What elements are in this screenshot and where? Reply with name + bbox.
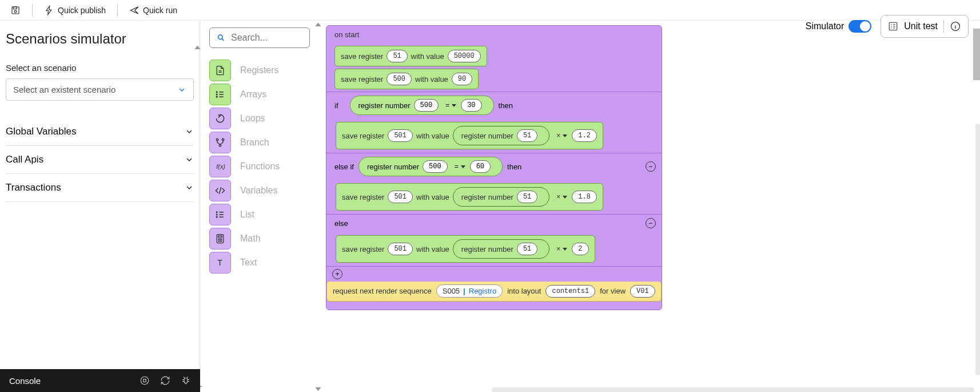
text-icon: T bbox=[209, 252, 231, 274]
if-label: if bbox=[334, 101, 338, 110]
block-elseif-row[interactable]: else if register number 500 = 60 then − bbox=[326, 153, 662, 180]
condition-block[interactable]: register number 500 = 60 bbox=[358, 157, 503, 176]
palette-item-loops[interactable]: Loops bbox=[209, 106, 310, 130]
block-text: register number bbox=[461, 193, 513, 201]
palette-item-text[interactable]: TText bbox=[209, 251, 310, 275]
svg-point-25 bbox=[141, 377, 149, 385]
register-field[interactable]: 500 bbox=[414, 99, 439, 112]
svg-text:f(x): f(x) bbox=[216, 163, 225, 170]
pipe-separator: | bbox=[463, 287, 465, 295]
operator-dropdown[interactable]: × bbox=[553, 130, 568, 141]
lightning-icon bbox=[44, 5, 54, 15]
canvas-scrollbar-horizontal[interactable] bbox=[492, 387, 974, 392]
register-field[interactable]: 501 bbox=[388, 191, 413, 203]
palette-item-label: Functions bbox=[240, 161, 280, 172]
list-icon bbox=[209, 84, 231, 105]
else-label: else bbox=[334, 219, 348, 228]
save-button[interactable] bbox=[7, 3, 24, 18]
register-field[interactable]: 501 bbox=[388, 129, 413, 142]
svg-point-13 bbox=[216, 216, 217, 217]
fx-icon: f(x) bbox=[209, 156, 231, 177]
svg-point-18 bbox=[221, 239, 222, 239]
accordion-transactions[interactable]: Transactions bbox=[6, 174, 194, 202]
unit-test-button[interactable]: Unit test bbox=[881, 15, 969, 38]
chevron-down-icon bbox=[185, 127, 194, 136]
expression-block[interactable]: register number 51 bbox=[453, 126, 549, 145]
palette-item-branch[interactable]: Branch bbox=[209, 130, 310, 155]
register-field[interactable]: 500 bbox=[387, 73, 412, 85]
value-field[interactable]: 50000 bbox=[448, 50, 481, 62]
scenario-select[interactable]: Select an existent scenario bbox=[6, 78, 194, 101]
canvas-scrollbar-vertical-track[interactable] bbox=[975, 124, 980, 375]
palette-item-list[interactable]: List bbox=[209, 203, 310, 227]
block-on-start-label: on start bbox=[326, 26, 662, 43]
block-add-branch-row[interactable]: + bbox=[326, 266, 662, 282]
palette-item-variables[interactable]: Variables bbox=[209, 179, 310, 203]
run-icon bbox=[129, 5, 140, 15]
block-request-render[interactable]: request next render sequence S005 | Regi… bbox=[326, 280, 662, 302]
value-field[interactable]: 30 bbox=[461, 99, 481, 112]
remove-branch-button[interactable]: − bbox=[646, 161, 656, 172]
view-field[interactable]: V01 bbox=[630, 285, 655, 298]
block-save-register[interactable]: save register 51 with value 50000 bbox=[334, 46, 487, 66]
svg-point-16 bbox=[218, 239, 219, 239]
block-text: save register bbox=[342, 132, 384, 140]
accordion-global-variables[interactable]: Global Variables bbox=[6, 118, 194, 146]
expression-block[interactable]: register number 51 bbox=[453, 239, 549, 259]
expression-block[interactable]: register number 51 bbox=[453, 187, 549, 207]
palette-item-arrays[interactable]: Arrays bbox=[209, 82, 310, 106]
remove-branch-button[interactable]: − bbox=[646, 218, 656, 228]
palette-item-functions[interactable]: f(x)Functions bbox=[209, 155, 310, 179]
block-save-register[interactable]: save register 501 with value register nu… bbox=[336, 183, 603, 211]
register-field[interactable]: 500 bbox=[423, 160, 448, 173]
block-if-row[interactable]: if register number 500 = 30 then bbox=[326, 92, 662, 118]
svg-rect-15 bbox=[218, 236, 222, 237]
divider bbox=[943, 20, 944, 33]
refresh-icon[interactable] bbox=[160, 375, 170, 386]
block-on-start[interactable]: on start save register 51 with value 500… bbox=[326, 25, 662, 310]
accordion-label: Transactions bbox=[6, 182, 61, 193]
search-input[interactable] bbox=[231, 33, 302, 43]
svg-rect-26 bbox=[144, 379, 146, 382]
block-else-row[interactable]: else − bbox=[326, 214, 662, 232]
bug-icon[interactable] bbox=[181, 375, 191, 386]
condition-block[interactable]: register number 500 = 30 bbox=[350, 96, 494, 115]
operator-dropdown[interactable]: = bbox=[451, 161, 467, 172]
add-branch-button[interactable]: + bbox=[332, 269, 342, 279]
value-field[interactable]: 2 bbox=[572, 243, 588, 255]
quick-run-button[interactable]: Quick run bbox=[126, 3, 181, 18]
register-field[interactable]: 51 bbox=[517, 191, 537, 203]
register-field[interactable]: 501 bbox=[388, 243, 413, 255]
value-field[interactable]: 1.2 bbox=[572, 129, 597, 142]
search-input-wrapper[interactable] bbox=[209, 27, 310, 48]
svg-point-7 bbox=[216, 138, 218, 140]
value-field[interactable]: 1.8 bbox=[572, 191, 597, 203]
register-field[interactable]: 51 bbox=[387, 50, 407, 62]
block-save-register[interactable]: save register 501 with value register nu… bbox=[336, 235, 595, 263]
scenario-select-placeholder: Select an existent scenario bbox=[13, 85, 115, 94]
register-field[interactable]: 51 bbox=[517, 243, 537, 255]
operator-dropdown[interactable]: × bbox=[553, 244, 568, 254]
palette-item-label: Registers bbox=[240, 65, 279, 76]
stop-icon[interactable] bbox=[140, 375, 150, 386]
block-text: for view bbox=[600, 287, 626, 295]
operator-dropdown[interactable]: × bbox=[553, 192, 568, 202]
value-field[interactable]: 90 bbox=[452, 73, 472, 85]
sequence-field[interactable]: S005 | Registro bbox=[436, 284, 503, 298]
block-save-register[interactable]: save register 501 with value register nu… bbox=[336, 122, 603, 149]
quick-publish-button[interactable]: Quick publish bbox=[41, 3, 109, 18]
palette-item-math[interactable]: Math bbox=[209, 227, 310, 251]
accordion-call-apis[interactable]: Call Apis bbox=[6, 146, 194, 174]
palette-item-registers[interactable]: Registers bbox=[209, 58, 310, 82]
block-save-register[interactable]: save register 500 with value 90 bbox=[334, 69, 479, 89]
register-field[interactable]: 51 bbox=[517, 129, 537, 142]
info-icon[interactable] bbox=[950, 21, 961, 32]
operator-dropdown[interactable]: = bbox=[442, 100, 457, 110]
svg-point-21 bbox=[221, 241, 222, 241]
layout-field[interactable]: contents1 bbox=[545, 285, 595, 298]
canvas-scrollbar-vertical[interactable] bbox=[973, 29, 980, 80]
value-field[interactable]: 60 bbox=[470, 160, 491, 173]
simulator-toggle[interactable] bbox=[848, 20, 871, 33]
search-icon bbox=[217, 33, 225, 43]
seq-code: S005 bbox=[443, 287, 460, 295]
